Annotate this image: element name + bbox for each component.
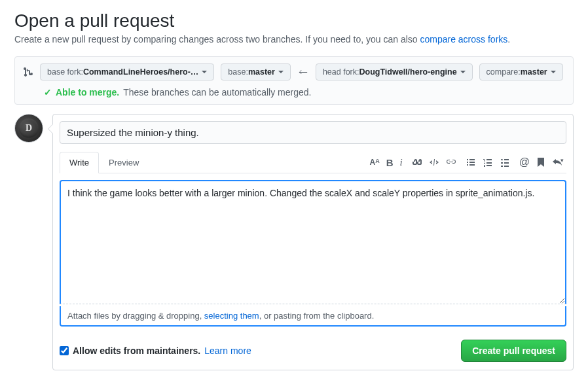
- attach-bar[interactable]: Attach files by dragging & dropping, sel…: [60, 306, 566, 327]
- markdown-toolbar: AA B i @ ▾: [370, 156, 566, 168]
- tab-preview[interactable]: Preview: [99, 152, 149, 173]
- header-icon[interactable]: AA: [370, 158, 380, 167]
- reply-icon[interactable]: ▾: [552, 157, 564, 168]
- pr-title-input[interactable]: [60, 121, 566, 144]
- tab-write[interactable]: Write: [60, 152, 99, 173]
- quote-icon[interactable]: [412, 157, 422, 168]
- avatar: D: [14, 114, 43, 143]
- code-icon[interactable]: [429, 157, 439, 168]
- link-icon[interactable]: [446, 157, 456, 168]
- compare-branch-value: master: [521, 67, 547, 77]
- base-fork-label: base fork:: [47, 67, 83, 77]
- tabs: Write Preview: [60, 152, 149, 173]
- base-branch-select[interactable]: base: master: [221, 63, 291, 80]
- subtitle-text: Create a new pull request by comparing c…: [14, 34, 420, 44]
- base-fork-select[interactable]: base fork: CommandLineHeroes/hero-…: [40, 63, 214, 80]
- base-branch-label: base:: [228, 67, 248, 77]
- compare-branch-select[interactable]: compare: master: [479, 63, 563, 80]
- title-input-wrap: [60, 121, 566, 144]
- git-compare-icon: [23, 67, 33, 77]
- base-fork-value: CommandLineHeroes/hero-…: [83, 67, 198, 77]
- page-subtitle: Create a new pull request by comparing c…: [14, 34, 574, 44]
- allow-edits-text: Allow edits from maintainers.: [73, 346, 200, 356]
- pr-body-textarea[interactable]: [60, 180, 566, 304]
- chevron-down-icon: [202, 71, 207, 73]
- learn-more-link[interactable]: Learn more: [204, 346, 251, 356]
- merge-status-text: These branches can be automatically merg…: [123, 87, 311, 98]
- merge-status-row: ✓ Able to merge. These branches can be a…: [23, 87, 565, 98]
- arrow-left-icon: 🡐: [297, 67, 309, 77]
- chevron-down-icon: [551, 71, 556, 73]
- branch-comparison-box: base fork: CommandLineHeroes/hero-… base…: [14, 56, 574, 105]
- attach-text-post: , or pasting from the clipboard.: [259, 311, 375, 321]
- mention-icon[interactable]: @: [519, 156, 530, 168]
- comment-box: Write Preview AA B i: [52, 114, 574, 370]
- merge-status-able: Able to merge.: [56, 87, 119, 98]
- attach-select-link[interactable]: selecting them: [204, 311, 259, 321]
- head-fork-select[interactable]: head fork: DougTidwell/hero-engine: [316, 63, 473, 80]
- allow-edits-label[interactable]: Allow edits from maintainers. Learn more: [60, 346, 251, 356]
- head-fork-value: DougTidwell/hero-engine: [359, 67, 457, 77]
- compare-branch-label: compare:: [487, 67, 521, 77]
- attach-text-pre: Attach files by dragging & dropping,: [67, 311, 204, 321]
- italic-icon[interactable]: i: [400, 157, 403, 168]
- chevron-down-icon: [460, 71, 466, 73]
- base-branch-value: master: [248, 67, 275, 77]
- branch-selector-row: base fork: CommandLineHeroes/hero-… base…: [23, 63, 565, 80]
- body-wrap: Attach files by dragging & dropping, sel…: [53, 173, 573, 333]
- page-title: Open a pull request: [14, 10, 574, 31]
- subtitle-text-end: .: [507, 34, 510, 44]
- allow-edits-checkbox[interactable]: [60, 346, 69, 355]
- saved-replies-icon[interactable]: [536, 157, 545, 168]
- compare-across-forks-link[interactable]: compare across forks: [420, 34, 507, 44]
- create-pull-request-button[interactable]: Create pull request: [461, 340, 566, 362]
- check-icon: ✓: [44, 87, 52, 98]
- avatar-initial: D: [26, 123, 32, 133]
- bold-icon[interactable]: B: [386, 157, 394, 168]
- ordered-list-icon[interactable]: [483, 157, 493, 168]
- chevron-down-icon: [278, 71, 284, 73]
- tabs-row: Write Preview AA B i: [60, 152, 566, 173]
- task-list-icon[interactable]: [500, 157, 510, 168]
- footer-row: Allow edits from maintainers. Learn more…: [53, 333, 573, 370]
- compose-row: D Write Preview AA B i: [14, 114, 574, 370]
- head-fork-label: head fork:: [323, 67, 359, 77]
- unordered-list-icon[interactable]: [466, 157, 476, 168]
